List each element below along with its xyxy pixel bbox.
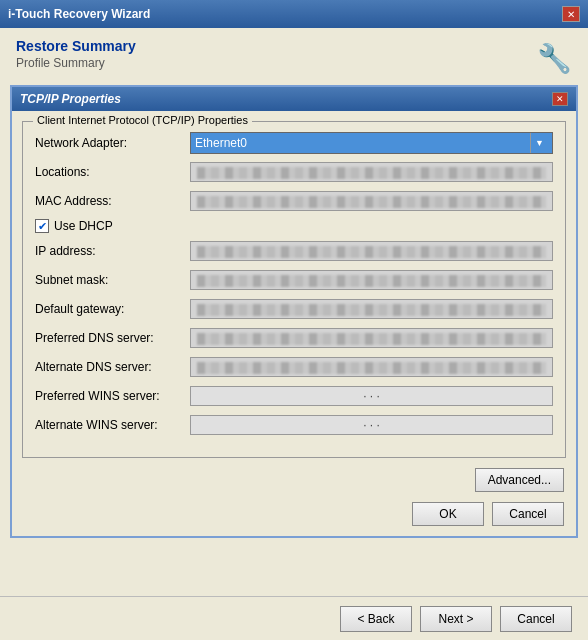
network-adapter-label: Network Adapter: bbox=[35, 136, 190, 150]
preferred-wins-dots: · · · bbox=[363, 389, 380, 403]
main-subtitle: Profile Summary bbox=[16, 56, 136, 70]
main-header: Restore Summary Profile Summary 🔧 bbox=[0, 28, 588, 85]
dialog-title-bar: TCP/IP Properties ✕ bbox=[12, 87, 576, 111]
dialog-title: TCP/IP Properties bbox=[20, 92, 121, 106]
ip-address-field[interactable] bbox=[190, 241, 553, 261]
dropdown-arrow-icon[interactable]: ▼ bbox=[530, 133, 548, 153]
alternate-wins-row: Alternate WINS server: · · · bbox=[35, 414, 553, 436]
alternate-wins-field[interactable]: · · · bbox=[190, 415, 553, 435]
alternate-wins-dots: · · · bbox=[363, 418, 380, 432]
subnet-mask-field[interactable] bbox=[190, 270, 553, 290]
preferred-dns-row: Preferred DNS server: bbox=[35, 327, 553, 349]
locations-label: Locations: bbox=[35, 165, 190, 179]
default-gateway-label: Default gateway: bbox=[35, 302, 190, 316]
advanced-button[interactable]: Advanced... bbox=[475, 468, 564, 492]
locations-row: Locations: bbox=[35, 161, 553, 183]
group-legend: Client Internet Protocol (TCP/IP) Proper… bbox=[33, 114, 252, 126]
preferred-dns-control bbox=[190, 328, 553, 348]
locations-control bbox=[190, 162, 553, 182]
default-gateway-control bbox=[190, 299, 553, 319]
ip-address-label: IP address: bbox=[35, 244, 190, 258]
group-box: Client Internet Protocol (TCP/IP) Proper… bbox=[22, 121, 566, 458]
ip-address-control bbox=[190, 241, 553, 261]
window-close-button[interactable]: ✕ bbox=[562, 6, 580, 22]
use-dhcp-label: Use DHCP bbox=[54, 219, 113, 233]
preferred-dns-label: Preferred DNS server: bbox=[35, 331, 190, 345]
back-button[interactable]: < Back bbox=[340, 606, 412, 632]
default-gateway-row: Default gateway: bbox=[35, 298, 553, 320]
cancel-button[interactable]: Cancel bbox=[492, 502, 564, 526]
alternate-wins-label: Alternate WINS server: bbox=[35, 418, 190, 432]
use-dhcp-row: ✔ Use DHCP bbox=[35, 219, 553, 233]
main-cancel-button[interactable]: Cancel bbox=[500, 606, 572, 632]
preferred-wins-row: Preferred WINS server: · · · bbox=[35, 385, 553, 407]
advanced-row: Advanced... bbox=[12, 468, 576, 496]
alternate-dns-label: Alternate DNS server: bbox=[35, 360, 190, 374]
ip-address-row: IP address: bbox=[35, 240, 553, 262]
preferred-wins-field[interactable]: · · · bbox=[190, 386, 553, 406]
alternate-dns-control bbox=[190, 357, 553, 377]
mac-address-label: MAC Address: bbox=[35, 194, 190, 208]
title-bar: i-Touch Recovery Wizard ✕ bbox=[0, 0, 588, 28]
locations-field bbox=[190, 162, 553, 182]
preferred-wins-control: · · · bbox=[190, 386, 553, 406]
alternate-dns-row: Alternate DNS server: bbox=[35, 356, 553, 378]
alternate-wins-control: · · · bbox=[190, 415, 553, 435]
default-gateway-field[interactable] bbox=[190, 299, 553, 319]
mac-address-row: MAC Address: bbox=[35, 190, 553, 212]
preferred-wins-label: Preferred WINS server: bbox=[35, 389, 190, 403]
subnet-mask-row: Subnet mask: bbox=[35, 269, 553, 291]
network-adapter-value: Ethernet0 bbox=[195, 136, 247, 150]
wizard-icon: 🔧 bbox=[537, 42, 572, 75]
mac-address-control bbox=[190, 191, 553, 211]
tcpip-dialog: TCP/IP Properties ✕ Client Internet Prot… bbox=[10, 85, 578, 538]
window-title: i-Touch Recovery Wizard bbox=[8, 7, 150, 21]
ok-button[interactable]: OK bbox=[412, 502, 484, 526]
alternate-dns-field[interactable] bbox=[190, 357, 553, 377]
subnet-mask-label: Subnet mask: bbox=[35, 273, 190, 287]
bottom-navigation-bar: < Back Next > Cancel bbox=[0, 596, 588, 640]
mac-address-field bbox=[190, 191, 553, 211]
subnet-mask-control bbox=[190, 270, 553, 290]
network-adapter-control[interactable]: Ethernet0 ▼ bbox=[190, 132, 553, 154]
network-adapter-row: Network Adapter: Ethernet0 ▼ bbox=[35, 132, 553, 154]
dialog-close-button[interactable]: ✕ bbox=[552, 92, 568, 106]
use-dhcp-checkbox[interactable]: ✔ bbox=[35, 219, 49, 233]
preferred-dns-field[interactable] bbox=[190, 328, 553, 348]
main-title-section: Restore Summary Profile Summary bbox=[16, 38, 136, 70]
next-button[interactable]: Next > bbox=[420, 606, 492, 632]
main-title: Restore Summary bbox=[16, 38, 136, 54]
dialog-buttons-row: OK Cancel bbox=[12, 496, 576, 536]
network-adapter-select[interactable]: Ethernet0 ▼ bbox=[190, 132, 553, 154]
